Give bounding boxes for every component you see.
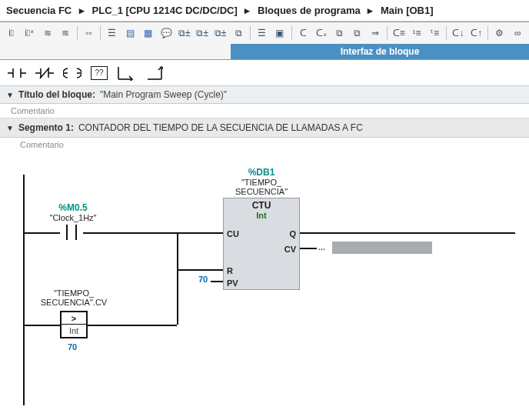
toolbar-btn[interactable]: ᵗ≡ [427,25,443,42]
block-title-value[interactable]: "Main Program Sweep (Cycle)" [100,89,227,100]
toolbar-btn[interactable]: ▦ [140,25,156,42]
output-mask [332,242,432,254]
contact-symbol[interactable]: %M0.5 [38,202,108,213]
close-branch-icon[interactable] [145,65,163,81]
toolbar-btn[interactable]: ⧉± [176,25,192,42]
toolbar-btn[interactable]: ᑕ↓ [450,25,466,42]
wire [177,232,178,271]
pin-cu[interactable]: CU [227,229,239,238]
toolbar-btn[interactable]: ⧉ [230,25,246,42]
expand-icon[interactable]: ▼ [6,91,14,99]
separator [291,26,292,40]
pv-const[interactable]: 70 [198,275,208,284]
compare-box[interactable]: > Int [60,311,88,338]
toolbar-btn[interactable]: ≋ [39,25,55,42]
wire [23,232,60,234]
segment-label: Segmento 1: [18,122,74,133]
toolbar-btn[interactable]: ⧉ [331,25,348,42]
segment-header[interactable]: ▼ Segmento 1: CONTADOR DEL TIEMPO DE LA … [0,118,529,138]
breadcrumb-part[interactable]: Main [OB1] [381,5,434,16]
toolbar-btn[interactable]: ⇒ [367,25,383,42]
db-symbol[interactable]: %DB1 [223,167,300,178]
coil-icon[interactable] [63,65,82,81]
db-name[interactable]: "TIEMPO_ [223,178,300,187]
comment-icon[interactable]: 💬 [158,25,175,42]
toolbar-btn[interactable]: ᑕ≡ [391,25,407,42]
toolbar-btn[interactable]: ¹≡ [408,25,424,42]
toolbar-btn[interactable]: ⧉ [349,25,365,42]
breadcrumb-sep: ▸ [363,5,378,16]
left-rail [23,175,25,405]
pin-q[interactable]: Q [289,229,296,238]
separator [77,26,78,40]
segment-title[interactable]: CONTADOR DEL TIEMPO DE LA SECUENCIA DE L… [78,122,363,133]
compare-op: > [62,312,86,325]
cv-output[interactable]: ... [318,242,325,252]
segment-comment[interactable]: Comentario [0,138,529,152]
wire [88,325,177,326]
contact-name[interactable]: "Clock_1Hz" [38,213,108,222]
toolbar-btn[interactable]: ᑕₓ [313,25,329,42]
toolbar-btn[interactable]: ≋ [57,25,73,42]
wire [211,281,223,282]
block-comment[interactable]: Comentario [0,104,529,118]
wire [177,269,223,271]
ctu-block[interactable]: CTU Int CU Q CV R PV [223,198,300,290]
toolbar-btn[interactable]: і⃘ˣ [21,25,37,42]
editor-toolbar: і⃘ і⃘ˣ ≋ ≋ ▫▫ ☰ ▤ ▦ 💬 ⧉± ⧉± ⧉± ⧉ ☰ ▣ ᑕ ᑕ… [0,22,529,44]
compare-in1[interactable]: "TIEMPO_ [35,288,112,298]
toolbar-btn[interactable]: ⧉± [212,25,228,42]
compare-in1[interactable]: SECUENCIA".CV [35,298,112,307]
no-contact-icon[interactable] [8,65,26,81]
compare-const[interactable]: 70 [68,342,77,352]
no-contact[interactable] [60,225,83,240]
interface-bar[interactable]: Interfaz de bloque [231,44,529,59]
separator [387,26,388,40]
pin-r[interactable]: R [227,266,233,275]
ladder-canvas[interactable]: %DB1 "TIEMPO_ SECUENCIA" CTU Int CU Q CV… [0,152,529,413]
breadcrumb-part[interactable]: Secuencia FC [6,5,72,16]
breadcrumb-sep: ▸ [240,5,255,16]
nc-contact-icon[interactable] [35,65,54,81]
breadcrumb-sep: ▸ [75,5,89,16]
compare-type: Int [62,325,86,336]
toolbar-btn[interactable]: ⧉± [194,25,210,42]
toolbar-btn[interactable]: ▣ [271,25,288,42]
separator [100,26,101,40]
separator [250,26,251,40]
editor-toolbar-wrap: і⃘ і⃘ˣ ≋ ≋ ▫▫ ☰ ▤ ▦ 💬 ⧉± ⧉± ⧉± ⧉ ☰ ▣ ᑕ ᑕ… [0,22,529,60]
toolbar-btn[interactable]: ᑕ↑ [468,25,484,42]
wire [83,232,223,234]
empty-box-icon[interactable]: ?? [91,66,108,80]
pin-pv[interactable]: PV [227,278,238,288]
breadcrumb: Secuencia FC ▸ PLC_1 [CPU 1214C DC/DC/DC… [0,0,529,22]
separator [446,26,447,40]
breadcrumb-part[interactable]: Bloques de programa [258,5,361,16]
breadcrumb-part[interactable]: PLC_1 [CPU 1214C DC/DC/DC] [92,5,238,16]
wire [177,269,178,325]
ctu-type: CTU [224,200,299,211]
pin-cv[interactable]: CV [284,245,296,254]
expand-icon[interactable]: ▼ [6,124,14,132]
toolbar-btn[interactable]: і⃘ [3,25,19,42]
toolbar-btn[interactable]: ☰ [104,25,120,42]
toolbar-btn[interactable]: ᑕ [295,25,311,42]
ctu-datatype: Int [224,211,299,220]
wire [300,248,317,249]
toolbar-btn[interactable]: ☰ [254,25,270,42]
toolbar-btn[interactable]: ∞ [510,25,526,42]
toolbar-btn[interactable]: ▫▫ [81,25,97,42]
gear-icon[interactable]: ⚙ [491,25,507,42]
block-title-label: Título del bloque: [18,89,95,100]
open-branch-icon[interactable] [117,65,135,81]
toolbar-btn[interactable]: ▤ [122,25,138,42]
separator [487,26,488,40]
wire [300,232,515,234]
ladder-palette: ?? [0,60,529,86]
wire [23,325,60,326]
block-title-row[interactable]: ▼ Título del bloque: "Main Program Sweep… [0,86,529,104]
db-name[interactable]: SECUENCIA" [223,187,300,196]
